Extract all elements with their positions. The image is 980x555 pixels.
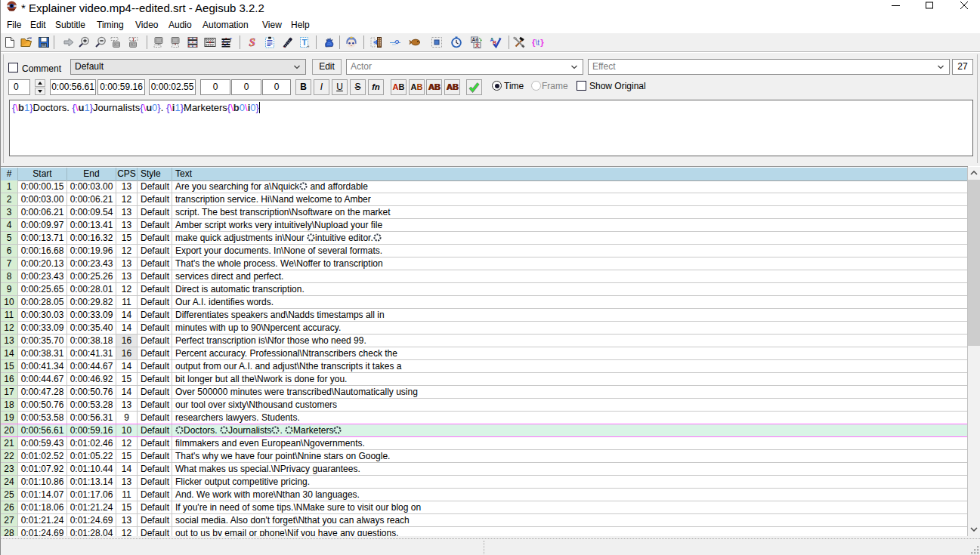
svg-text:文: 文 xyxy=(474,42,480,48)
svg-text:An: An xyxy=(472,37,479,42)
svg-text:}: } xyxy=(540,38,544,47)
svg-text:\t: \t xyxy=(535,39,539,47)
svg-text:T: T xyxy=(301,38,307,47)
